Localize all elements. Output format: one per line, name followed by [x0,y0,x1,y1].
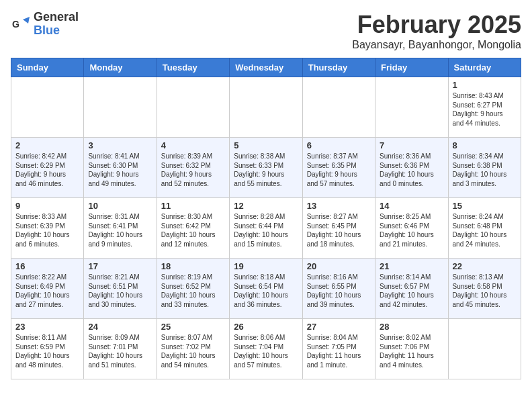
day-info: Sunrise: 8:04 AM Sunset: 7:05 PM Dayligh… [307,333,371,369]
calendar-empty-cell [302,77,375,138]
calendar-header-sunday: Sunday [11,58,84,77]
day-info: Sunrise: 8:09 AM Sunset: 7:01 PM Dayligh… [88,333,152,369]
calendar-day-2: 2Sunrise: 8:42 AM Sunset: 6:29 PM Daylig… [11,138,84,198]
calendar-day-23: 23Sunrise: 8:11 AM Sunset: 6:59 PM Dayli… [11,319,84,379]
calendar-week-row: 1Sunrise: 8:43 AM Sunset: 6:27 PM Daylig… [11,77,521,138]
calendar-empty-cell [375,77,448,138]
day-info: Sunrise: 8:24 AM Sunset: 6:48 PM Dayligh… [453,212,517,248]
day-info: Sunrise: 8:30 AM Sunset: 6:42 PM Dayligh… [161,212,225,248]
day-number: 27 [307,322,371,332]
day-info: Sunrise: 8:41 AM Sunset: 6:30 PM Dayligh… [88,152,152,188]
calendar-day-11: 11Sunrise: 8:30 AM Sunset: 6:42 PM Dayli… [157,198,229,259]
calendar-day-20: 20Sunrise: 8:16 AM Sunset: 6:55 PM Dayli… [302,259,375,319]
calendar-week-row: 16Sunrise: 8:22 AM Sunset: 6:49 PM Dayli… [11,259,521,319]
day-number: 1 [453,80,517,90]
calendar-empty-cell [448,319,521,379]
day-info: Sunrise: 8:42 AM Sunset: 6:29 PM Dayligh… [15,152,79,188]
title-area: February 2025 Bayansayr, Bayanhongor, Mo… [352,11,521,51]
calendar-empty-cell [157,77,229,138]
day-number: 16 [15,261,79,271]
day-number: 7 [380,140,443,150]
header: G General Blue February 2025 Bayansayr, … [11,11,521,51]
day-number: 28 [380,322,443,332]
day-number: 19 [234,261,298,271]
day-info: Sunrise: 8:11 AM Sunset: 6:59 PM Dayligh… [15,333,79,369]
day-info: Sunrise: 8:28 AM Sunset: 6:44 PM Dayligh… [234,212,298,248]
logo-general-text: General [34,11,79,24]
calendar-day-4: 4Sunrise: 8:39 AM Sunset: 6:32 PM Daylig… [157,138,229,198]
day-info: Sunrise: 8:16 AM Sunset: 6:55 PM Dayligh… [307,273,371,309]
day-number: 26 [234,322,298,332]
day-number: 17 [88,261,152,271]
day-number: 13 [307,201,371,211]
logo-icon: G [11,14,31,34]
day-number: 15 [453,201,517,211]
calendar-empty-cell [84,77,157,138]
calendar-header-friday: Friday [375,58,448,77]
calendar-day-13: 13Sunrise: 8:27 AM Sunset: 6:45 PM Dayli… [302,198,375,259]
calendar-day-28: 28Sunrise: 8:02 AM Sunset: 7:06 PM Dayli… [375,319,448,379]
calendar-header-row: SundayMondayTuesdayWednesdayThursdayFrid… [11,58,521,77]
calendar-day-19: 19Sunrise: 8:18 AM Sunset: 6:54 PM Dayli… [230,259,302,319]
calendar-day-26: 26Sunrise: 8:06 AM Sunset: 7:04 PM Dayli… [230,319,302,379]
calendar-day-7: 7Sunrise: 8:36 AM Sunset: 6:36 PM Daylig… [375,138,448,198]
day-info: Sunrise: 8:34 AM Sunset: 6:38 PM Dayligh… [453,152,517,188]
day-info: Sunrise: 8:36 AM Sunset: 6:36 PM Dayligh… [380,152,443,188]
day-number: 6 [307,140,371,150]
day-info: Sunrise: 8:25 AM Sunset: 6:46 PM Dayligh… [380,212,443,248]
calendar-day-22: 22Sunrise: 8:13 AM Sunset: 6:58 PM Dayli… [448,259,521,319]
day-info: Sunrise: 8:02 AM Sunset: 7:06 PM Dayligh… [380,333,443,369]
calendar-table: SundayMondayTuesdayWednesdayThursdayFrid… [11,58,521,379]
day-info: Sunrise: 8:21 AM Sunset: 6:51 PM Dayligh… [88,273,152,309]
calendar-day-17: 17Sunrise: 8:21 AM Sunset: 6:51 PM Dayli… [84,259,157,319]
calendar-header-wednesday: Wednesday [230,58,302,77]
calendar-day-10: 10Sunrise: 8:31 AM Sunset: 6:41 PM Dayli… [84,198,157,259]
day-info: Sunrise: 8:22 AM Sunset: 6:49 PM Dayligh… [15,273,79,309]
calendar-header-thursday: Thursday [302,58,375,77]
calendar-header-monday: Monday [84,58,157,77]
calendar-week-row: 23Sunrise: 8:11 AM Sunset: 6:59 PM Dayli… [11,319,521,379]
day-info: Sunrise: 8:37 AM Sunset: 6:35 PM Dayligh… [307,152,371,188]
day-number: 8 [453,140,517,150]
calendar-day-1: 1Sunrise: 8:43 AM Sunset: 6:27 PM Daylig… [448,77,521,138]
day-info: Sunrise: 8:31 AM Sunset: 6:41 PM Dayligh… [88,212,152,248]
calendar-week-row: 2Sunrise: 8:42 AM Sunset: 6:29 PM Daylig… [11,138,521,198]
calendar-week-row: 9Sunrise: 8:33 AM Sunset: 6:39 PM Daylig… [11,198,521,259]
calendar-day-6: 6Sunrise: 8:37 AM Sunset: 6:35 PM Daylig… [302,138,375,198]
day-info: Sunrise: 8:06 AM Sunset: 7:04 PM Dayligh… [234,333,298,369]
day-info: Sunrise: 8:27 AM Sunset: 6:45 PM Dayligh… [307,212,371,248]
day-info: Sunrise: 8:14 AM Sunset: 6:57 PM Dayligh… [380,273,443,309]
day-number: 4 [161,140,225,150]
logo: G General Blue [11,11,79,38]
calendar-day-8: 8Sunrise: 8:34 AM Sunset: 6:38 PM Daylig… [448,138,521,198]
day-number: 23 [15,322,79,332]
day-info: Sunrise: 8:43 AM Sunset: 6:27 PM Dayligh… [453,91,517,128]
day-number: 21 [380,261,443,271]
day-number: 10 [88,201,152,211]
page-title: February 2025 [352,11,521,39]
calendar-day-16: 16Sunrise: 8:22 AM Sunset: 6:49 PM Dayli… [11,259,84,319]
day-info: Sunrise: 8:07 AM Sunset: 7:02 PM Dayligh… [161,333,225,369]
day-number: 3 [88,140,152,150]
logo-blue-text: Blue [34,24,79,38]
calendar-day-25: 25Sunrise: 8:07 AM Sunset: 7:02 PM Dayli… [157,319,229,379]
calendar-empty-cell [11,77,84,138]
calendar-header-tuesday: Tuesday [157,58,229,77]
svg-text:G: G [12,19,19,30]
calendar-day-9: 9Sunrise: 8:33 AM Sunset: 6:39 PM Daylig… [11,198,84,259]
logo-text: General Blue [34,11,79,38]
day-info: Sunrise: 8:33 AM Sunset: 6:39 PM Dayligh… [15,212,79,248]
day-number: 14 [380,201,443,211]
calendar-header-saturday: Saturday [448,58,521,77]
calendar-day-3: 3Sunrise: 8:41 AM Sunset: 6:30 PM Daylig… [84,138,157,198]
day-info: Sunrise: 8:38 AM Sunset: 6:33 PM Dayligh… [234,152,298,188]
day-number: 24 [88,322,152,332]
calendar-day-27: 27Sunrise: 8:04 AM Sunset: 7:05 PM Dayli… [302,319,375,379]
day-number: 9 [15,201,79,211]
day-number: 18 [161,261,225,271]
day-info: Sunrise: 8:19 AM Sunset: 6:52 PM Dayligh… [161,273,225,309]
calendar-day-15: 15Sunrise: 8:24 AM Sunset: 6:48 PM Dayli… [448,198,521,259]
calendar-day-12: 12Sunrise: 8:28 AM Sunset: 6:44 PM Dayli… [230,198,302,259]
day-info: Sunrise: 8:18 AM Sunset: 6:54 PM Dayligh… [234,273,298,309]
calendar-day-5: 5Sunrise: 8:38 AM Sunset: 6:33 PM Daylig… [230,138,302,198]
